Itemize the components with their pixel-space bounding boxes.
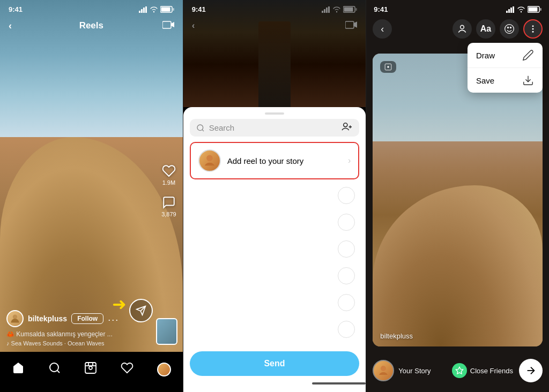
bottom-navigation (0, 352, 183, 392)
username: biltekpluss (28, 314, 67, 323)
svg-point-16 (89, 366, 92, 370)
svg-point-13 (50, 363, 58, 372)
back-icon[interactable]: ‹ (9, 20, 12, 32)
close-friends-icon (452, 363, 467, 378)
video-preview-top: 9:41 (183, 0, 366, 107)
avatar-sticker-button[interactable] (452, 19, 472, 39)
send-icon (136, 305, 146, 316)
chevron-right-icon: › (348, 156, 351, 165)
avatar-sticker-icon (457, 24, 468, 34)
nav-home-icon[interactable] (12, 361, 25, 378)
svg-rect-22 (326, 7, 328, 13)
invite-svg (341, 122, 353, 131)
comment-icon (162, 195, 176, 209)
svg-point-47 (505, 25, 514, 34)
caption: 🦀 Kumsalda saklanmış yengeçler ... (6, 330, 151, 338)
close-friends-label: Close Friends (470, 367, 513, 375)
contact-circle-4 (338, 267, 355, 284)
p3-battery-icon (528, 6, 541, 13)
svg-rect-42 (529, 7, 538, 12)
contact-list (183, 183, 366, 345)
draw-option[interactable]: Draw (468, 43, 543, 68)
avatar[interactable] (6, 310, 24, 327)
send-button[interactable]: Send (190, 351, 360, 376)
svg-point-35 (206, 155, 213, 162)
status-bar: 9:41 (0, 5, 183, 13)
text-button[interactable]: Aa (476, 19, 495, 39)
follow-button[interactable]: Follow (71, 313, 103, 324)
panel-reels-feed: 9:41 ‹ Reels (0, 0, 183, 392)
nav-profile-avatar[interactable] (157, 363, 171, 376)
add-reel-to-story-item[interactable]: Add reel to your story › (190, 142, 360, 179)
svg-point-53 (388, 66, 390, 68)
contact-circle-6 (338, 321, 355, 338)
svg-point-50 (532, 31, 534, 33)
svg-line-14 (57, 370, 59, 372)
story-background (373, 54, 543, 346)
contact-circle-5 (338, 294, 355, 311)
svg-rect-3 (145, 6, 147, 13)
save-download-icon (522, 74, 534, 86)
story-preview: biltekpluss (373, 54, 543, 346)
p2-camera-icon[interactable] (345, 20, 357, 32)
svg-rect-21 (324, 9, 325, 13)
svg-rect-0 (139, 11, 140, 13)
more-options-icon[interactable]: ··· (108, 314, 119, 326)
nav-heart-icon[interactable] (121, 361, 133, 378)
reels-title: Reels (79, 20, 103, 31)
svg-point-12 (13, 315, 17, 319)
svg-point-32 (344, 123, 347, 127)
contact-circle-1 (338, 187, 355, 204)
p3-back-button[interactable]: ‹ (373, 19, 392, 39)
nav-reels-icon[interactable] (84, 361, 97, 378)
your-story-button[interactable]: Your Story (373, 360, 446, 381)
status-time: 9:41 (9, 5, 23, 13)
svg-point-4 (153, 11, 154, 12)
svg-rect-38 (510, 7, 512, 13)
save-label: Save (476, 76, 494, 85)
reel-thumbnail[interactable] (156, 318, 177, 345)
nav-search-icon[interactable] (48, 361, 61, 378)
svg-point-48 (532, 25, 534, 27)
p2-back-icon[interactable]: ‹ (192, 20, 195, 31)
save-option[interactable]: Save (468, 68, 543, 93)
svg-line-31 (202, 130, 204, 131)
camera-icon[interactable] (162, 20, 174, 32)
search-bar[interactable]: Search (190, 119, 360, 137)
contact-circle-2 (338, 214, 355, 231)
your-story-label: Your Story (398, 367, 431, 375)
heart-icon (162, 164, 176, 178)
story-send-button[interactable] (519, 359, 543, 382)
svg-rect-6 (161, 7, 170, 12)
video-figure (258, 21, 291, 107)
svg-rect-2 (143, 7, 145, 13)
p2-battery-icon (343, 6, 357, 13)
panel-share-sheet: 9:41 (183, 0, 367, 392)
svg-rect-20 (322, 11, 323, 13)
user-info: biltekpluss Follow ··· 🦀 Kumsalda saklan… (6, 310, 151, 346)
like-action[interactable]: 1.9M (162, 164, 176, 186)
svg-point-54 (381, 366, 386, 371)
invite-people-icon[interactable] (341, 122, 353, 134)
battery-icon (160, 6, 174, 13)
reels-svg (84, 361, 97, 374)
more-options-button[interactable] (523, 19, 543, 39)
svg-rect-39 (513, 6, 514, 13)
sticker-icon (504, 24, 515, 34)
svg-rect-8 (162, 21, 171, 28)
comment-action[interactable]: 3,879 (161, 195, 176, 217)
signal-icon (139, 6, 147, 13)
svg-point-45 (507, 27, 509, 28)
p3-signal-icon (506, 6, 515, 13)
p2-camera-svg (345, 20, 357, 29)
sticker-button[interactable] (500, 19, 519, 39)
share-button[interactable] (129, 299, 153, 322)
story-username-overlay: biltekpluss (380, 332, 413, 340)
avatar-img (10, 313, 20, 324)
p2-status-icons (322, 6, 357, 13)
contact-circle-3 (338, 240, 355, 258)
close-friends-button[interactable]: Close Friends (446, 363, 519, 378)
svg-rect-23 (328, 6, 330, 13)
your-story-avatar (373, 360, 394, 381)
p2-wifi-icon (332, 6, 341, 13)
